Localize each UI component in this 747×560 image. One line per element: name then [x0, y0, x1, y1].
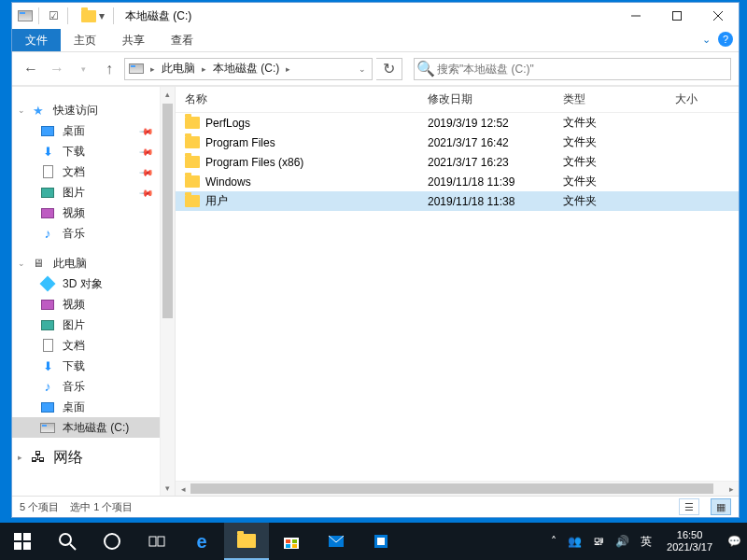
store-button[interactable]	[269, 523, 314, 560]
nav-item[interactable]: ⬇下载📌	[12, 141, 175, 161]
tray-overflow-icon[interactable]: ˄	[545, 535, 562, 548]
explorer-button[interactable]	[224, 523, 269, 560]
history-dropdown[interactable]: ▾	[72, 58, 94, 80]
folder-icon	[185, 175, 200, 188]
nav-label: 图片	[63, 317, 85, 333]
start-button[interactable]	[0, 523, 45, 560]
mail-button[interactable]	[314, 523, 359, 560]
nav-item[interactable]: 文档	[12, 335, 175, 356]
nav-item[interactable]: 本地磁盘 (C:)	[12, 417, 175, 438]
nav-label: 网络	[53, 448, 83, 468]
nav-item[interactable]: 图片	[12, 315, 175, 335]
maximize-button[interactable]	[656, 3, 698, 29]
nav-item[interactable]: ♪音乐	[12, 223, 175, 244]
table-row[interactable]: PerfLogs 2019/3/19 12:52 文件夹	[176, 113, 739, 133]
scroll-thumb[interactable]	[162, 104, 173, 318]
nav-item[interactable]: 桌面📌	[12, 120, 175, 141]
chevron-down-icon[interactable]: ▾	[96, 9, 107, 22]
cube-icon	[40, 276, 55, 291]
titlebar: ☑ ▾ 本地磁盘 (C:)	[12, 3, 739, 29]
close-button[interactable]	[698, 3, 739, 29]
ime-indicator[interactable]: 英	[635, 534, 657, 550]
scroll-left-icon[interactable]: ◂	[176, 484, 190, 494]
col-name[interactable]: 名称	[176, 91, 418, 107]
forward-button[interactable]: →	[46, 58, 68, 80]
expand-icon[interactable]: ▸	[18, 453, 22, 462]
file-list: 名称 修改日期 类型 大小 PerfLogs 2019/3/19 12:52 文…	[176, 87, 739, 496]
help-icon[interactable]: ?	[718, 32, 733, 47]
svg-rect-20	[377, 538, 385, 545]
scroll-thumb[interactable]	[190, 483, 713, 494]
search-input[interactable]	[437, 63, 730, 76]
app-button[interactable]	[359, 523, 403, 560]
scroll-down-icon[interactable]: ▾	[161, 481, 175, 496]
table-row[interactable]: Program Files (x86) 2021/3/17 16:23 文件夹	[176, 152, 739, 172]
nav-item[interactable]: 文档📌	[12, 161, 175, 182]
cell-date: 2019/3/19 12:52	[418, 117, 554, 130]
taskview-button[interactable]	[134, 523, 179, 560]
tab-home[interactable]: 主页	[61, 29, 109, 51]
view-details-button[interactable]: ☰	[679, 498, 699, 515]
nav-item[interactable]: 视频	[12, 294, 175, 315]
col-size[interactable]: 大小	[666, 91, 739, 107]
cell-name: PerfLogs	[205, 117, 250, 130]
col-date[interactable]: 修改日期	[418, 91, 554, 107]
address-bar[interactable]: ▸ 此电脑 ▸ 本地磁盘 (C:) ▸ ⌄	[124, 58, 373, 80]
edge-button[interactable]: e	[179, 523, 224, 560]
network-tray-icon[interactable]: 🖳	[587, 535, 610, 548]
ribbon-expand-icon[interactable]: ⌄	[702, 34, 711, 46]
tab-view[interactable]: 查看	[158, 29, 206, 51]
address-dropdown-icon[interactable]: ⌄	[356, 64, 372, 74]
qat-properties-icon[interactable]: ☑	[45, 9, 62, 22]
nav-item[interactable]: 3D 对象	[12, 273, 175, 294]
cell-type: 文件夹	[554, 115, 666, 131]
svg-point-8	[60, 534, 71, 545]
clock[interactable]: 16:50 2021/3/17	[657, 529, 722, 553]
chevron-right-icon[interactable]: ▸	[283, 64, 293, 74]
crumb-drive[interactable]: 本地磁盘 (C:)	[209, 61, 283, 77]
note-icon: ♪	[40, 226, 55, 241]
nav-item[interactable]: ♪音乐	[12, 376, 175, 397]
nav-head[interactable]: ⌄🖥此电脑	[12, 253, 175, 273]
notifications-icon[interactable]: 💬	[722, 535, 747, 548]
pic-icon	[40, 317, 55, 332]
nav-label: 此电脑	[53, 256, 87, 272]
scroll-up-icon[interactable]: ▴	[161, 87, 175, 102]
minimize-button[interactable]	[615, 3, 656, 29]
up-button[interactable]: ↑	[98, 58, 120, 80]
table-row[interactable]: Windows 2019/11/18 11:39 文件夹	[176, 172, 739, 191]
nav-item[interactable]: 视频	[12, 203, 175, 223]
chevron-right-icon[interactable]: ▸	[199, 64, 209, 74]
nav-item[interactable]: 图片📌	[12, 182, 175, 203]
expand-icon[interactable]: ⌄	[18, 259, 25, 268]
nav-item[interactable]: 桌面	[12, 397, 175, 417]
view-large-button[interactable]: ▦	[711, 498, 731, 515]
col-type[interactable]: 类型	[554, 91, 666, 107]
table-row[interactable]: 用户 2019/11/18 11:38 文件夹	[176, 191, 739, 211]
table-row[interactable]: Program Files 2021/3/17 16:42 文件夹	[176, 133, 739, 152]
h-scrollbar[interactable]: ◂ ▸	[176, 481, 739, 496]
cell-date: 2021/3/17 16:23	[418, 156, 554, 169]
nav-scrollbar[interactable]: ▴ ▾	[160, 87, 175, 496]
search-button[interactable]	[45, 523, 90, 560]
people-icon[interactable]: 👥	[562, 535, 587, 548]
refresh-button[interactable]: ↻	[376, 58, 402, 80]
nav-label: 图片	[63, 185, 85, 201]
tab-file[interactable]: 文件	[12, 29, 61, 51]
tab-share[interactable]: 共享	[109, 29, 158, 51]
expand-icon[interactable]: ⌄	[18, 105, 25, 115]
nav-head[interactable]: ⌄★快速访问	[12, 100, 175, 120]
search-box[interactable]: 🔍	[414, 58, 731, 80]
volume-icon[interactable]: 🔊	[610, 535, 635, 548]
cell-type: 文件夹	[554, 174, 666, 189]
nav-item[interactable]: ⬇下载	[12, 356, 175, 376]
nav-network[interactable]: ▸ 🖧 网络	[12, 447, 175, 468]
status-bar: 5 个项目 选中 1 个项目 ☰ ▦	[12, 496, 739, 517]
folder-icon	[237, 534, 256, 548]
back-button[interactable]: ←	[20, 58, 42, 80]
scroll-right-icon[interactable]: ▸	[724, 484, 739, 494]
crumb-root[interactable]: 此电脑	[158, 61, 199, 77]
cortana-button[interactable]	[90, 523, 134, 560]
chevron-right-icon[interactable]: ▸	[148, 64, 158, 74]
separator	[113, 7, 114, 24]
